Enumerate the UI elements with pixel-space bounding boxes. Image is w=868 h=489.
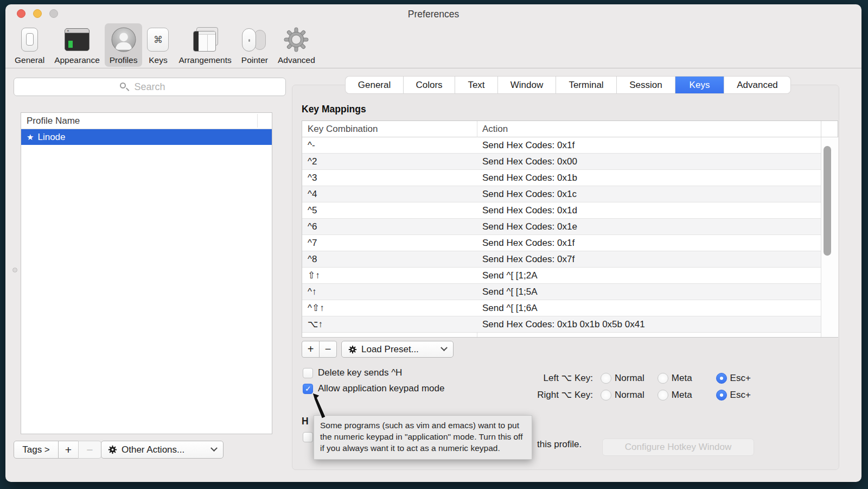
profile-row-linode[interactable]: ★ Linode: [21, 129, 272, 145]
preferences-window: Preferences General × Appearance: [5, 4, 861, 482]
table-row[interactable]: ^-Send Hex Codes: 0x1f: [302, 137, 821, 154]
configure-hotkey-window-button: Configure Hotkey Window: [602, 439, 754, 456]
table-row[interactable]: ^6Send Hex Codes: 0x1e: [302, 219, 821, 235]
table-row[interactable]: ^↑Send ^[ [1;5A: [302, 284, 821, 300]
gear-icon: [348, 345, 357, 354]
other-actions-dropdown[interactable]: Other Actions...: [101, 441, 224, 459]
profile-tabs: General Colors Text Window Terminal Sess…: [346, 77, 790, 93]
tab-colors[interactable]: Colors: [404, 77, 455, 93]
table-row[interactable]: ^2Send Hex Codes: 0x00: [302, 154, 821, 170]
delete-key-sends-label: Delete key sends ^H: [318, 367, 402, 378]
table-row[interactable]: ^4Send Hex Codes: 0x1c: [302, 186, 821, 202]
zoom-button-disabled: [49, 9, 58, 18]
toolbar-item-advanced[interactable]: Advanced: [273, 23, 320, 67]
left-option-key-label: Left ⌥ Key:: [528, 372, 593, 384]
toolbar-item-appearance[interactable]: × Appearance: [49, 23, 105, 67]
scrollbar-thumb[interactable]: [824, 146, 831, 256]
add-profile-button[interactable]: +: [58, 441, 79, 459]
tab-window[interactable]: Window: [498, 77, 556, 93]
title-bar: Preferences: [5, 4, 861, 23]
scrollbar-track[interactable]: [821, 137, 838, 337]
hotkey-window-checkbox[interactable]: [303, 432, 313, 442]
table-row[interactable]: ^5Send Hex Codes: 0x1d: [302, 202, 821, 219]
tab-terminal[interactable]: Terminal: [556, 77, 617, 93]
tags-button[interactable]: Tags >: [14, 441, 59, 459]
minimize-button[interactable]: [33, 9, 42, 18]
search-icon: [120, 82, 126, 88]
tab-text[interactable]: Text: [455, 77, 498, 93]
toolbar-item-keys[interactable]: ⌘ Keys: [142, 23, 174, 67]
tab-keys[interactable]: Keys: [675, 77, 724, 93]
pane-splitter-handle[interactable]: [12, 268, 17, 272]
load-preset-dropdown[interactable]: Load Preset...: [341, 341, 454, 358]
table-row[interactable]: ^7Send Hex Codes: 0x1f: [302, 235, 821, 251]
tab-session[interactable]: Session: [617, 77, 675, 93]
gear-icon: [108, 445, 117, 454]
table-row[interactable]: ⇧↑Send ^[ [1;2A: [302, 268, 821, 284]
table-row[interactable]: ^⇧↑Send ^[ [1;6A: [302, 300, 821, 316]
profile-list: Profile Name ★ Linode: [21, 112, 272, 434]
preferences-toolbar: General × Appearance: [5, 23, 861, 68]
right-option-normal-radio[interactable]: [601, 390, 611, 401]
table-row[interactable]: ^8Send Hex Codes: 0x7f: [302, 251, 821, 268]
left-option-normal-radio[interactable]: [601, 373, 611, 384]
keys-icon: ⌘: [147, 26, 169, 54]
window-title: Preferences: [5, 4, 861, 24]
remove-mapping-button[interactable]: −: [319, 341, 337, 358]
hotkey-sentence-end: this profile.: [537, 439, 582, 450]
table-header[interactable]: Key Combination Action: [302, 121, 838, 137]
hotkey-heading-partial: H: [302, 416, 309, 427]
tab-general[interactable]: General: [346, 77, 404, 93]
add-mapping-button[interactable]: +: [302, 341, 320, 358]
key-mappings-table: Key Combination Action ^-Send Hex Codes:…: [302, 120, 838, 338]
chevron-down-icon: [210, 444, 218, 452]
left-option-esc-radio[interactable]: [716, 373, 727, 384]
tab-advanced[interactable]: Advanced: [724, 77, 790, 93]
mouse-cursor-icon: [311, 392, 329, 422]
table-row[interactable]: ⌥↑Send Hex Codes: 0x1b 0x1b 0x5b 0x41: [302, 316, 821, 333]
keypad-mode-tooltip: Some programs (such as vim and emacs) wa…: [314, 415, 532, 460]
left-option-meta-radio[interactable]: [658, 373, 668, 384]
toolbar-item-general[interactable]: General: [10, 23, 49, 67]
remove-profile-button: −: [78, 441, 101, 459]
application-keypad-label: Allow application keypad mode: [318, 383, 444, 394]
toolbar-item-profiles[interactable]: Profiles: [105, 23, 143, 67]
toolbar-item-arrangements[interactable]: Arrangements: [174, 23, 236, 67]
profile-list-header[interactable]: Profile Name: [21, 113, 272, 129]
general-icon: [21, 26, 38, 54]
right-option-key-label: Right ⌥ Key:: [528, 389, 593, 401]
chevron-down-icon: [441, 344, 448, 351]
column-key-combination: Key Combination: [302, 124, 477, 135]
table-row[interactable]: ^3Send Hex Codes: 0x1b: [302, 170, 821, 186]
right-option-esc-radio[interactable]: [716, 390, 727, 401]
profile-name: Linode: [37, 132, 65, 143]
right-option-meta-radio[interactable]: [658, 390, 668, 401]
column-action: Action: [477, 124, 508, 135]
arrangements-icon: [192, 26, 219, 54]
pointer-icon: [242, 26, 267, 54]
advanced-gear-icon: [283, 26, 309, 54]
appearance-icon: ×: [65, 26, 90, 54]
toolbar-item-pointer[interactable]: Pointer: [237, 23, 273, 67]
star-icon: ★: [27, 132, 34, 142]
close-button[interactable]: [17, 9, 25, 18]
search-input[interactable]: [14, 78, 286, 96]
key-mappings-heading: Key Mappings: [302, 104, 366, 115]
profiles-icon: [111, 26, 136, 54]
delete-key-sends-checkbox[interactable]: [303, 368, 313, 378]
